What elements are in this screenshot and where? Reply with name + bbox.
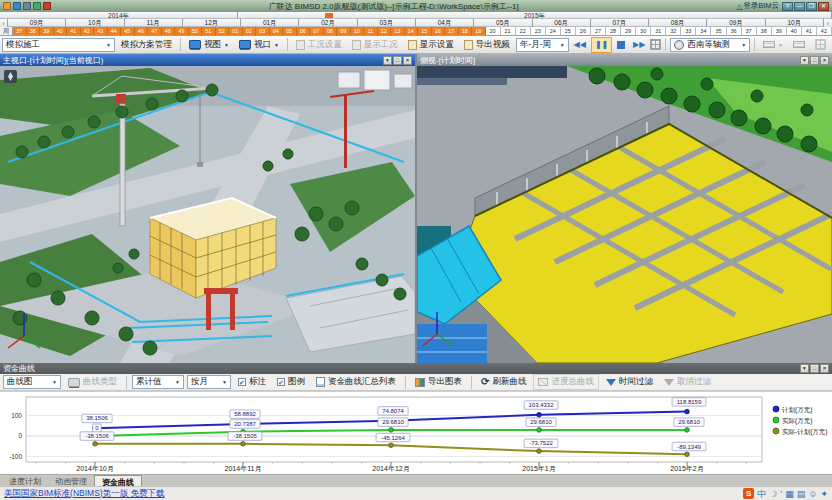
week-cell-highlighted[interactable]: 42 bbox=[81, 27, 95, 36]
week-cell-highlighted[interactable]: 09 bbox=[337, 27, 351, 36]
week-cell[interactable]: 35 bbox=[711, 27, 726, 36]
ime-lang-icon[interactable]: 中 bbox=[757, 489, 766, 499]
timeline-month-cell[interactable]: 02月 bbox=[299, 19, 357, 27]
undo-icon[interactable] bbox=[33, 2, 41, 10]
ime-clipboard-icon[interactable]: ▤ bbox=[797, 489, 806, 499]
timeline-month-cell[interactable]: 10月 bbox=[66, 19, 124, 27]
week-cell[interactable]: 42 bbox=[817, 27, 832, 36]
open-icon[interactable] bbox=[13, 2, 21, 10]
tab-2[interactable]: 动画管理 bbox=[48, 475, 94, 486]
view-angle-dropdown[interactable]: 西南等轴测 ▼ bbox=[670, 38, 750, 52]
week-cell-highlighted[interactable]: 18 bbox=[459, 27, 473, 36]
week-cell-highlighted[interactable]: 52 bbox=[216, 27, 230, 36]
data-point[interactable] bbox=[389, 443, 394, 448]
week-cell-highlighted[interactable]: 39 bbox=[40, 27, 54, 36]
week-cell[interactable]: 20 bbox=[486, 27, 501, 36]
main-viewport-scene[interactable] bbox=[0, 66, 415, 363]
summary-list-button[interactable]: 资金曲线汇总列表 bbox=[312, 374, 400, 390]
timeline-month-cell[interactable]: 01月 bbox=[241, 19, 299, 27]
nbims-download-link[interactable]: 美国国家BIM标准(NBIMS)第一版 免费下载 bbox=[4, 488, 165, 500]
timeline-month-cell[interactable]: 05月 bbox=[474, 19, 532, 27]
week-cell[interactable]: 33 bbox=[681, 27, 696, 36]
timeline-month-cell[interactable]: 12月 bbox=[183, 19, 241, 27]
simulation-mode-dropdown[interactable]: 模拟施工▼ bbox=[2, 38, 115, 52]
save-icon[interactable] bbox=[23, 2, 31, 10]
data-point[interactable] bbox=[685, 452, 690, 457]
period-dropdown[interactable]: 按月▼ bbox=[187, 375, 231, 389]
login-cloud-button[interactable]: △登录BIM云 bbox=[736, 1, 779, 11]
maximize-button[interactable]: ❐ bbox=[806, 2, 817, 11]
week-cell[interactable]: 25 bbox=[561, 27, 576, 36]
week-cell[interactable]: 34 bbox=[696, 27, 711, 36]
timeline-month-cell[interactable]: 07月 bbox=[591, 19, 649, 27]
stop-button[interactable] bbox=[617, 41, 625, 49]
week-cell-highlighted[interactable]: 51 bbox=[202, 27, 216, 36]
help-button[interactable]: ? bbox=[782, 2, 793, 11]
panel-close-button[interactable]: ✕ bbox=[820, 56, 829, 65]
week-cell-highlighted[interactable]: 44 bbox=[108, 27, 122, 36]
timeline-year-cell[interactable]: 2014年 bbox=[0, 12, 238, 19]
timeline-month-cell[interactable]: 04月 bbox=[416, 19, 474, 27]
new-icon[interactable] bbox=[3, 2, 11, 10]
side-viewport-scene[interactable] bbox=[417, 66, 832, 363]
week-cell-highlighted[interactable]: 06 bbox=[297, 27, 311, 36]
keyframe-grid-icon[interactable] bbox=[650, 39, 661, 50]
week-cell-highlighted[interactable]: 17 bbox=[445, 27, 459, 36]
ime-keyboard-icon[interactable]: ▦ bbox=[785, 489, 794, 499]
panel-close-button[interactable]: ✕ bbox=[403, 56, 412, 65]
navigation-compass-icon[interactable] bbox=[4, 70, 17, 83]
timeline-scroll-right[interactable]: › bbox=[824, 19, 832, 27]
week-cell[interactable]: 23 bbox=[531, 27, 546, 36]
step-backward-button[interactable]: ◀◀ bbox=[571, 38, 589, 52]
week-cell-highlighted[interactable]: 02 bbox=[243, 27, 257, 36]
legend-checkbox[interactable]: ✔ 图例 bbox=[273, 374, 309, 390]
timeline-month-cell[interactable]: 11月 bbox=[125, 19, 183, 27]
fast-forward-button[interactable]: ▶▶ bbox=[630, 38, 648, 52]
plan-manage-button[interactable]: 模拟方案管理 bbox=[117, 37, 176, 53]
viewport-button[interactable]: 视口▼ bbox=[235, 37, 283, 53]
panel-float-button[interactable]: ▾ bbox=[800, 364, 809, 373]
week-cell[interactable]: 29 bbox=[621, 27, 636, 36]
timeline-month-cell[interactable]: 09月 bbox=[707, 19, 765, 27]
week-cell-highlighted[interactable]: 03 bbox=[256, 27, 270, 36]
ime-emoji-icon[interactable]: ☺ bbox=[808, 489, 817, 499]
funds-chart[interactable]: 1000-1002014年10月2014年11月2014年12月2015年1月2… bbox=[0, 391, 832, 474]
data-point[interactable] bbox=[537, 449, 542, 454]
ime-moon-icon[interactable]: ☽ bbox=[769, 489, 777, 499]
week-cell[interactable]: 28 bbox=[606, 27, 621, 36]
week-cell-highlighted[interactable]: 14 bbox=[405, 27, 419, 36]
week-cell-highlighted[interactable]: 49 bbox=[175, 27, 189, 36]
week-cell[interactable]: 39 bbox=[772, 27, 787, 36]
refresh-curve-button[interactable]: ⟳ 刷新曲线 bbox=[477, 374, 530, 390]
timeline-month-cell[interactable]: 08月 bbox=[649, 19, 707, 27]
minimize-button[interactable]: — bbox=[794, 2, 805, 11]
timeline-month-row[interactable]: ‹09月10月11月12月01月02月03月04月05月06月07月08月09月… bbox=[0, 19, 832, 27]
week-cell-highlighted[interactable]: 12 bbox=[378, 27, 392, 36]
week-cell-highlighted[interactable]: 48 bbox=[162, 27, 176, 36]
close-button[interactable]: ✕ bbox=[818, 2, 829, 11]
panel-maximize-button[interactable]: □ bbox=[810, 364, 819, 373]
timeline-month-cell[interactable]: 10月 bbox=[766, 19, 824, 27]
week-cell-highlighted[interactable]: 16 bbox=[432, 27, 446, 36]
week-cell[interactable]: 21 bbox=[501, 27, 516, 36]
timeline-month-cell[interactable]: 03月 bbox=[358, 19, 416, 27]
week-cell[interactable]: 22 bbox=[516, 27, 531, 36]
timeline-month-cell[interactable]: 06月 bbox=[533, 19, 591, 27]
week-cell-highlighted[interactable]: 37 bbox=[13, 27, 27, 36]
week-cell[interactable]: 27 bbox=[591, 27, 606, 36]
ime-tools-icon[interactable]: ✦ bbox=[820, 489, 828, 499]
curve-style-dropdown[interactable]: 曲线图▼ bbox=[3, 375, 61, 389]
week-cell-highlighted[interactable]: 43 bbox=[94, 27, 108, 36]
value-mode-dropdown[interactable]: 累计值▼ bbox=[132, 375, 184, 389]
redo-icon[interactable] bbox=[43, 2, 51, 10]
week-cell-highlighted[interactable]: 10 bbox=[351, 27, 365, 36]
week-cell[interactable]: 38 bbox=[757, 27, 772, 36]
pause-button[interactable]: ❚❚ bbox=[591, 37, 612, 53]
funds-panel-header[interactable]: 资金曲线 ▾□✕ bbox=[0, 363, 832, 374]
week-cell[interactable]: 37 bbox=[742, 27, 757, 36]
data-point[interactable] bbox=[93, 442, 98, 447]
week-cell-highlighted[interactable]: 19 bbox=[472, 27, 486, 36]
panel-float-button[interactable]: ▾ bbox=[383, 56, 392, 65]
export-video-button[interactable]: 导出视频 bbox=[460, 37, 514, 53]
week-cell[interactable]: 36 bbox=[727, 27, 742, 36]
